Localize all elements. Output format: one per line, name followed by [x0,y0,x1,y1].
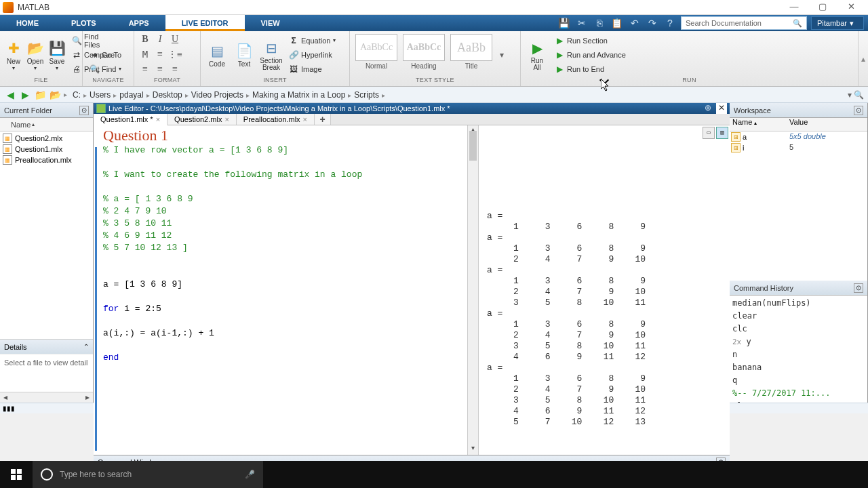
workspace-menu[interactable]: ⊙ [854,106,863,115]
code-button[interactable]: ▤Code [205,34,229,76]
workspace-header[interactable]: Workspace⊙ [730,103,867,118]
breadcrumb-segment[interactable]: pdayal [117,90,146,100]
align-center-button[interactable]: ≡ [153,62,167,76]
file-item[interactable]: ▦Preallocation.mlx [0,155,93,165]
close-tab-icon[interactable]: × [303,115,307,123]
horizontal-scrollbar[interactable]: ◂▸ [0,392,93,403]
mono-button[interactable]: M [138,47,152,61]
goto-button[interactable]: ➜Go To [87,48,124,62]
hyperlink-button[interactable]: 🔗Hyperlink [286,48,338,62]
copy-icon[interactable]: ⎘ [593,16,606,30]
style-normal[interactable]: AaBbCc [355,34,397,61]
workspace-columns[interactable]: Name ▴Value [730,118,867,131]
panel-menu-icon[interactable]: ⊙ [79,106,89,115]
tab-view[interactable]: VIEW [245,15,296,31]
command-history[interactable]: median(numFlips)clearclc2x ynbananaq%-- … [730,296,867,403]
cmdhist-header[interactable]: Command History⊙ [730,281,867,296]
find-button[interactable]: 🔍Find▾ [87,62,124,76]
equation-button[interactable]: ΣEquation▾ [286,34,338,47]
details-header[interactable]: Details⌃ [0,339,93,354]
file-item[interactable]: ▦Question1.mlx [0,144,93,155]
breadcrumb-segment[interactable]: Scripts [351,90,382,100]
code-line[interactable] [103,157,467,169]
code-line[interactable]: % 2 4 7 9 10 [103,205,467,218]
history-item[interactable]: clear [732,400,865,403]
code-line[interactable]: a(i,:) = a(i-1,:) + 1 [103,327,467,340]
new-button[interactable]: ✚New▾ [4,34,23,76]
runadvance-button[interactable]: ▶Run and Advance [552,48,629,62]
code-line[interactable] [103,291,467,303]
code-line[interactable]: % I want to create the following matrix … [103,169,467,181]
paste-icon[interactable]: 📋 [610,16,624,30]
history-item[interactable]: clear [732,310,865,323]
workspace-variable[interactable]: ⊞a5x5 double [730,131,867,142]
start-button[interactable] [0,461,33,488]
code-line[interactable]: end [103,352,467,364]
style-title[interactable]: AaBb [450,34,492,61]
code-line[interactable]: % 5 7 10 12 13 ] [103,242,467,254]
toolstrip-collapse[interactable]: ▴ [859,31,868,86]
tab-apps[interactable]: APPS [113,15,165,31]
code-scrollbar[interactable]: ▴▾ [467,125,478,455]
code-line[interactable]: % a = [ 1 3 6 8 9 [103,193,467,205]
open-button[interactable]: 📂Open▾ [26,34,45,76]
history-item[interactable]: banana [732,361,865,374]
output-inline-toggle[interactable]: ▭ [703,127,715,139]
editor-tab[interactable]: Question2.mlx× [167,114,237,125]
style-expand[interactable]: ▾ [496,50,507,60]
breadcrumb-segment[interactable]: Users [87,90,113,100]
close-button[interactable]: ✕ [837,0,865,15]
text-button[interactable]: 📄Text [232,34,256,76]
forward-button[interactable]: ▶ [19,89,31,101]
code-line[interactable]: % 3 5 8 10 11 [103,218,467,230]
user-menu[interactable]: Pitambar▾ [811,16,864,30]
sectionbreak-button[interactable]: ⊟Section Break [259,34,283,76]
runall-button[interactable]: ▶Run All [525,34,549,76]
back-button[interactable]: ◀ [4,89,16,101]
cut-icon[interactable]: ✂ [575,16,589,30]
save-button[interactable]: 💾Save▾ [47,34,66,76]
code-line[interactable]: % 4 6 9 11 12 [103,230,467,242]
file-item[interactable]: ▦Question2.mlx [0,133,93,144]
breadcrumb-segment[interactable]: Making a Matrix in a Loop [250,90,348,100]
up-folder-button[interactable]: 📁 [34,89,46,101]
current-folder-header[interactable]: Current Folder⊙ [0,103,93,118]
breadcrumb-segment[interactable]: Desktop [150,90,185,100]
path-search-button[interactable]: ▾ 🔍 [848,90,864,100]
code-line[interactable] [103,266,467,279]
code-pane[interactable]: Question 1 % I have row vector a = [1 3 … [94,125,467,455]
underline-button[interactable]: U [168,33,182,46]
code-line[interactable] [103,340,467,352]
history-item[interactable]: clc [732,323,865,336]
breadcrumb-segment[interactable]: Video Projects [189,90,246,100]
restore-editor-icon[interactable]: ⊕ [703,103,713,114]
code-line[interactable] [103,315,467,327]
editor-tab[interactable]: Question1.mlx *× [94,114,167,125]
align-right-button[interactable]: ≡ [168,62,182,76]
history-item[interactable]: median(numFlips) [732,297,865,310]
image-button[interactable]: 🖼Image [286,62,338,76]
align-left-button[interactable]: ≡ [138,62,152,76]
bullet-list-button[interactable]: ≡ [153,47,167,61]
code-line[interactable]: for i = 2:5 [103,303,467,315]
cmdhist-menu[interactable]: ⊙ [854,283,863,293]
undo-icon[interactable]: ↶ [628,16,642,30]
maximize-button[interactable]: ▢ [808,0,837,15]
editor-tab[interactable]: Preallocation.mlx× [237,114,315,125]
redo-icon[interactable]: ↷ [646,16,659,30]
code-line[interactable] [103,181,467,193]
mic-icon[interactable]: 🎤 [245,470,255,479]
file-column-header[interactable]: Name▴ [0,118,93,131]
bold-button[interactable]: B [138,33,152,46]
code-line[interactable] [103,254,467,266]
code-line[interactable]: % I have row vector a = [1 3 6 8 9] [103,144,467,157]
style-heading[interactable]: AaBbCc [403,34,445,61]
runsection-button[interactable]: ▶Run Section [552,34,629,47]
history-item[interactable]: %-- 7/27/2017 11:... [732,387,865,400]
save-icon[interactable]: 💾 [557,16,571,30]
code-line[interactable]: a = [1 3 6 8 9] [103,279,467,291]
minimize-button[interactable]: — [780,0,808,15]
tab-plots[interactable]: PLOTS [55,15,113,31]
runtoend-button[interactable]: ▶Run to End [552,62,629,76]
close-tab-icon[interactable]: × [156,115,160,123]
